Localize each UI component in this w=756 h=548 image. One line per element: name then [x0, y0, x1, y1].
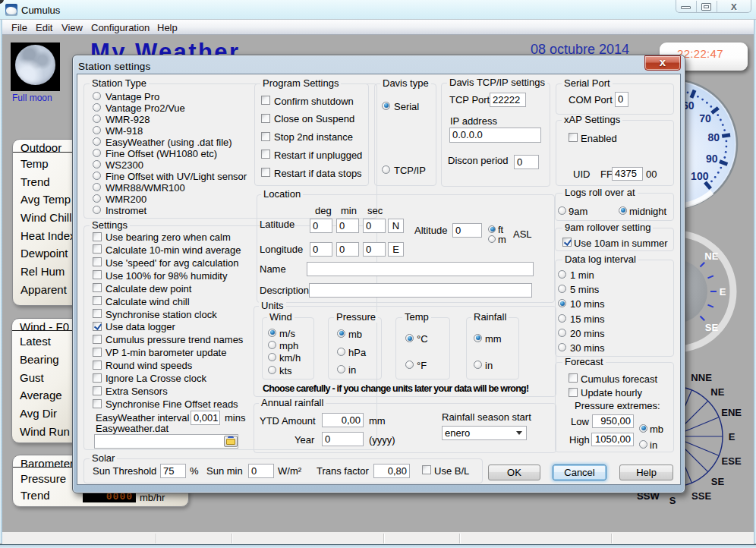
svg-text:SSE: SSE	[691, 490, 711, 502]
svg-text:SE: SE	[705, 322, 719, 333]
svg-text:SE: SE	[711, 476, 725, 487]
svg-text:NNE: NNE	[691, 372, 712, 383]
svg-text:ENE: ENE	[721, 407, 742, 418]
svg-text:100: 100	[691, 170, 709, 182]
svg-text:S: S	[669, 495, 676, 506]
svg-text:90: 90	[706, 153, 718, 165]
svg-text:70: 70	[699, 112, 711, 124]
svg-text:80: 80	[708, 131, 720, 143]
svg-text:NE: NE	[710, 386, 724, 398]
svg-text:E: E	[729, 431, 736, 442]
svg-text:ESE: ESE	[722, 455, 742, 467]
svg-text:NE: NE	[704, 250, 718, 262]
svg-text:E: E	[720, 286, 726, 298]
